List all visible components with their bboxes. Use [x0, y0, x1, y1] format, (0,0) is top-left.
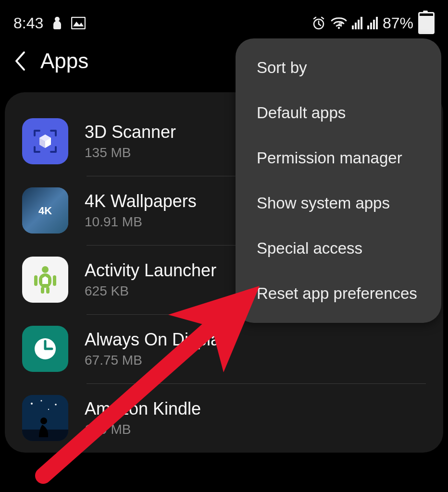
svg-rect-11	[42, 278, 48, 284]
status-right: 87%	[311, 12, 435, 34]
alarm-icon	[311, 16, 326, 30]
app-icon-amazon-kindle	[22, 395, 68, 441]
app-name: 4K Wallpapers	[85, 191, 197, 211]
menu-show-system-apps[interactable]: Show system apps	[236, 181, 441, 226]
app-size: 135 MB	[85, 145, 176, 160]
menu-reset-app-preferences[interactable]: Reset app preferences	[236, 271, 441, 316]
app-icon-4k-wallpapers: 4K	[22, 187, 68, 234]
signal-1-icon	[352, 17, 362, 29]
svg-point-15	[31, 403, 33, 405]
overflow-menu: Sort by Default apps Permission manager …	[236, 38, 441, 323]
menu-special-access[interactable]: Special access	[236, 226, 441, 271]
battery-percent: 87%	[383, 14, 413, 32]
svg-point-17	[55, 404, 57, 406]
svg-point-5	[42, 266, 49, 273]
status-bar: 8:43 87%	[0, 0, 448, 37]
status-left: 8:43	[13, 14, 86, 32]
app-size: 67.75 MB	[85, 353, 229, 368]
battery-icon	[418, 12, 435, 34]
app-name: Amazon Kindle	[85, 399, 201, 419]
svg-text:4K: 4K	[38, 205, 52, 217]
app-icon-always-on-display	[22, 326, 68, 372]
fitness-icon	[51, 16, 63, 30]
app-size: 10.91 MB	[85, 214, 197, 230]
svg-point-19	[40, 418, 47, 424]
back-icon[interactable]	[13, 50, 27, 72]
app-row[interactable]: Amazon Kindle 199 MB	[5, 383, 443, 453]
app-size: 625 KB	[85, 283, 216, 299]
signal-2-icon	[367, 17, 378, 29]
svg-rect-0	[72, 17, 85, 29]
image-icon	[71, 17, 86, 29]
svg-point-2	[338, 27, 340, 29]
app-icon-3d-scanner	[22, 118, 68, 164]
page-title: Apps	[40, 49, 88, 73]
svg-point-16	[41, 400, 42, 402]
app-name: 3D Scanner	[85, 122, 176, 142]
app-icon-activity-launcher	[22, 257, 68, 303]
svg-rect-10	[46, 287, 50, 294]
svg-point-18	[48, 409, 49, 410]
svg-rect-9	[41, 287, 44, 294]
menu-default-apps[interactable]: Default apps	[236, 90, 441, 135]
app-row[interactable]: Always On Display 67.75 MB	[5, 314, 443, 383]
wifi-icon	[331, 17, 347, 29]
app-name: Always On Display	[85, 330, 229, 350]
app-name: Activity Launcher	[85, 260, 216, 281]
menu-sort-by[interactable]: Sort by	[236, 45, 441, 90]
menu-permission-manager[interactable]: Permission manager	[236, 135, 441, 181]
app-size: 199 MB	[85, 422, 201, 437]
status-time: 8:43	[13, 14, 43, 32]
svg-rect-7	[34, 275, 37, 286]
svg-rect-8	[53, 275, 56, 286]
